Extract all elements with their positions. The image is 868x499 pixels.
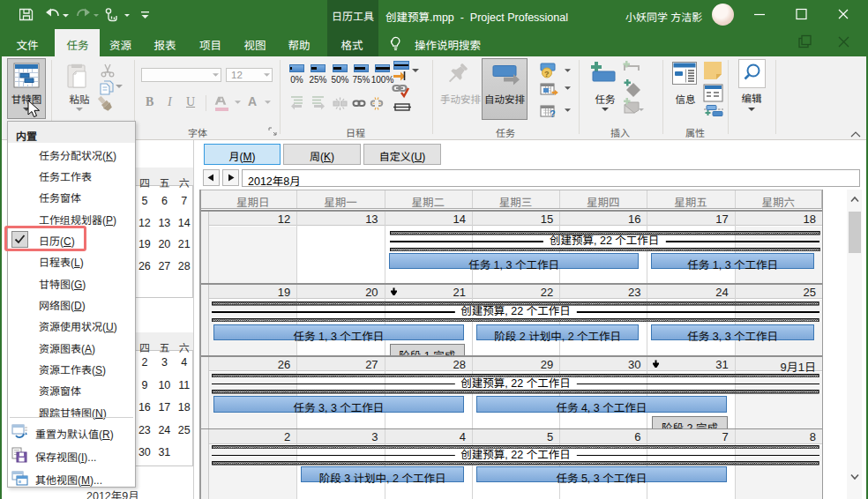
- svg-text:?: ?: [544, 70, 550, 78]
- svg-text:?: ?: [550, 108, 556, 117]
